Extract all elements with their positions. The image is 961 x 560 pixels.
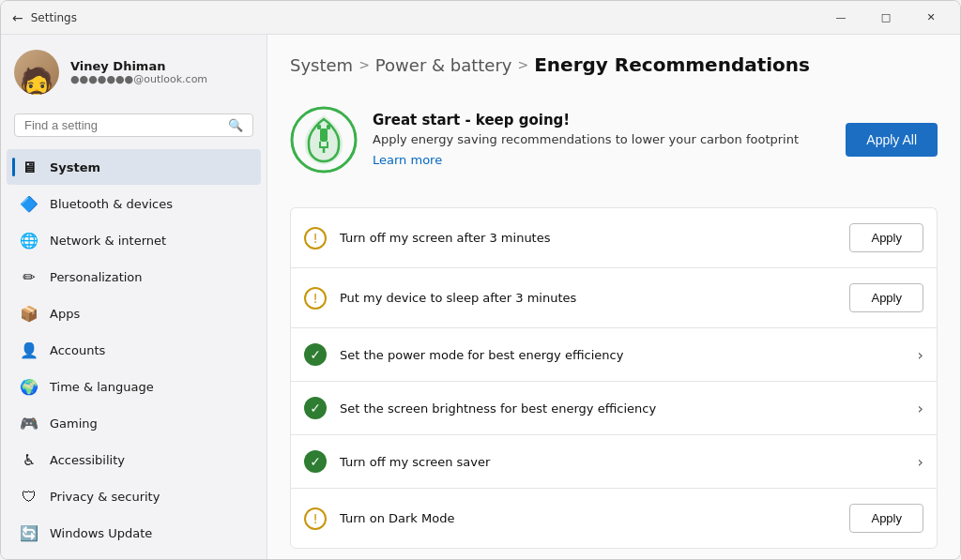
success-icon: ✓: [304, 397, 327, 419]
window-title: Settings: [31, 11, 77, 24]
apps-label: Apps: [50, 307, 80, 321]
warning-icon: !: [304, 507, 327, 530]
privacy-icon: 🛡: [20, 487, 38, 506]
nav-list: 🖥System🔷Bluetooth & devices🌐Network & in…: [1, 148, 267, 552]
avatar[interactable]: 🧔: [14, 50, 59, 95]
breadcrumb-power: Power & battery: [375, 55, 512, 75]
sidebar-item-system[interactable]: 🖥System: [7, 149, 261, 185]
user-name: Viney Dhiman: [70, 59, 207, 73]
network-label: Network & internet: [50, 234, 166, 248]
sidebar-item-accounts[interactable]: 👤Accounts: [7, 332, 261, 368]
success-icon: ✓: [304, 343, 327, 366]
search-box[interactable]: 🔍: [14, 114, 253, 137]
user-section: 🧔 Viney Dhiman ●●●●●●●@outlook.com: [1, 35, 267, 110]
maximize-button[interactable]: □: [864, 3, 908, 33]
chevron-icon-screensaver[interactable]: ›: [918, 453, 923, 471]
warning-icon: !: [304, 287, 327, 310]
search-input[interactable]: [24, 118, 222, 132]
success-icon: ✓: [304, 450, 327, 473]
rec-label-sleep: Put my device to sleep after 3 minutes: [340, 291, 836, 305]
breadcrumb: System > Power & battery > Energy Recomm…: [290, 53, 938, 76]
rec-row: !Turn on Dark ModeApply: [290, 488, 938, 549]
accounts-icon: 👤: [20, 341, 38, 359]
chevron-icon-power-mode[interactable]: ›: [918, 346, 923, 364]
personalization-icon: ✏️: [20, 267, 38, 286]
sidebar-item-privacy[interactable]: 🛡Privacy & security: [7, 478, 261, 514]
minimize-button[interactable]: —: [819, 3, 862, 33]
energy-icon: [290, 106, 358, 174]
user-email: ●●●●●●●@outlook.com: [70, 73, 207, 85]
title-bar: ← Settings — □ ✕: [1, 1, 960, 35]
hero-description: Apply energy saving recommendations to l…: [373, 132, 831, 146]
rec-label-screen-off: Turn off my screen after 3 minutes: [340, 231, 836, 245]
sidebar-item-time[interactable]: 🌍Time & language: [7, 369, 261, 404]
sidebar-item-bluetooth[interactable]: 🔷Bluetooth & devices: [7, 186, 261, 221]
rec-row: ✓Set the power mode for best energy effi…: [290, 327, 938, 381]
sidebar-item-personalization[interactable]: ✏️Personalization: [7, 259, 261, 295]
hero-title: Great start - keep going!: [373, 112, 831, 129]
bluetooth-label: Bluetooth & devices: [50, 197, 173, 211]
sidebar-item-network[interactable]: 🌐Network & internet: [7, 222, 261, 258]
recommendations-list: !Turn off my screen after 3 minutesApply…: [290, 207, 938, 549]
breadcrumb-current: Energy Recommendations: [534, 53, 810, 76]
privacy-label: Privacy & security: [50, 490, 160, 504]
title-bar-left: ← Settings: [12, 10, 77, 25]
rec-label-screensaver: Turn off my screen saver: [340, 455, 905, 469]
close-button[interactable]: ✕: [909, 3, 953, 33]
apply-all-button[interactable]: Apply All: [846, 123, 938, 157]
sidebar: 🧔 Viney Dhiman ●●●●●●●@outlook.com 🔍 🖥Sy…: [1, 35, 267, 559]
sidebar-item-accessibility[interactable]: ♿Accessibility: [7, 442, 261, 477]
apply-button-sleep[interactable]: Apply: [849, 283, 923, 312]
rec-row: !Turn off my screen after 3 minutesApply: [290, 207, 938, 267]
rec-row: ✓Turn off my screen saver›: [290, 434, 938, 488]
accessibility-label: Accessibility: [50, 453, 125, 467]
time-icon: 🌍: [20, 377, 38, 396]
breadcrumb-system: System: [290, 55, 353, 75]
accessibility-icon: ♿: [20, 450, 38, 469]
chevron-icon-brightness[interactable]: ›: [918, 400, 923, 417]
learn-more-link[interactable]: Learn more: [373, 153, 442, 167]
svg-rect-3: [327, 125, 330, 129]
settings-window: ← Settings — □ ✕ 🧔 Viney Dhiman ●●●●●●●@…: [0, 0, 961, 560]
gaming-icon: 🎮: [20, 414, 38, 432]
content-area: System > Power & battery > Energy Recomm…: [267, 35, 960, 559]
update-icon: 🔄: [20, 523, 38, 542]
main-layout: 🧔 Viney Dhiman ●●●●●●●@outlook.com 🔍 🖥Sy…: [1, 35, 960, 559]
rec-label-darkmode: Turn on Dark Mode: [340, 511, 836, 525]
apply-button-screen-off[interactable]: Apply: [849, 223, 923, 252]
gaming-label: Gaming: [50, 416, 98, 431]
apply-button-darkmode[interactable]: Apply: [849, 504, 923, 533]
search-icon: 🔍: [228, 118, 243, 132]
svg-rect-1: [320, 129, 328, 142]
active-indicator: [12, 158, 15, 176]
rec-label-power-mode: Set the power mode for best energy effic…: [340, 348, 905, 362]
svg-rect-2: [317, 125, 321, 129]
update-label: Windows Update: [50, 526, 152, 540]
network-icon: 🌐: [20, 231, 38, 250]
warning-icon: !: [304, 227, 327, 250]
breadcrumb-sep2: >: [517, 57, 528, 72]
accounts-label: Accounts: [50, 343, 105, 357]
personalization-label: Personalization: [50, 270, 143, 284]
breadcrumb-sep1: >: [358, 57, 370, 72]
rec-label-brightness: Set the screen brightness for best energ…: [340, 401, 905, 416]
rec-row: ✓Set the screen brightness for best ener…: [290, 381, 938, 434]
sidebar-item-update[interactable]: 🔄Windows Update: [7, 515, 261, 551]
system-label: System: [50, 160, 100, 174]
system-icon: 🖥: [20, 158, 38, 176]
sidebar-item-gaming[interactable]: 🎮Gaming: [7, 405, 261, 441]
bluetooth-icon: 🔷: [20, 194, 38, 213]
rec-row: !Put my device to sleep after 3 minutesA…: [290, 267, 938, 327]
back-icon[interactable]: ←: [12, 10, 23, 25]
hero-card: Great start - keep going! Apply energy s…: [290, 91, 938, 189]
apps-icon: 📦: [20, 304, 38, 323]
sidebar-item-apps[interactable]: 📦Apps: [7, 295, 261, 331]
time-label: Time & language: [50, 380, 154, 394]
window-controls: — □ ✕: [819, 3, 953, 33]
